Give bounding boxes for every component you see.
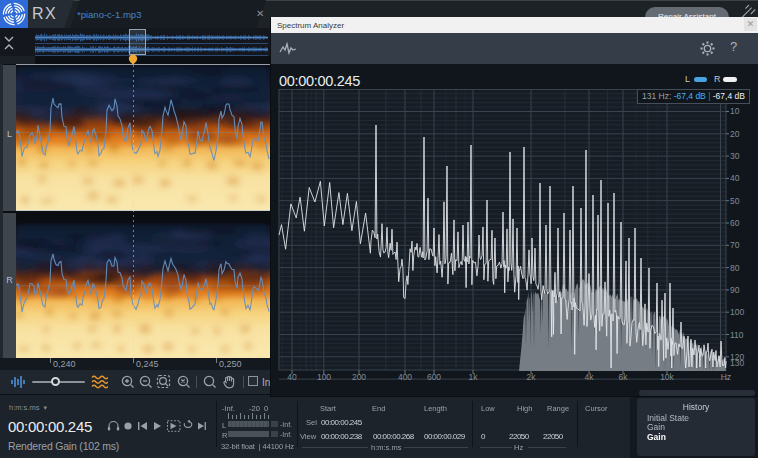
svg-text:4k: 4k [585, 372, 595, 382]
svg-text:10: 10 [730, 106, 740, 116]
svg-text:90: 90 [730, 285, 740, 295]
svg-text:200: 200 [352, 372, 366, 382]
svg-text:1k: 1k [469, 372, 479, 382]
svg-text:100: 100 [730, 307, 744, 317]
svg-text:60: 60 [730, 218, 740, 228]
svg-text:6k: 6k [619, 372, 629, 382]
svg-text:Hz: Hz [721, 372, 731, 382]
svg-text:600: 600 [427, 372, 441, 382]
svg-text:40: 40 [730, 173, 740, 183]
svg-text:130: 130 [730, 358, 744, 368]
svg-text:80: 80 [730, 263, 740, 273]
svg-text:400: 400 [398, 372, 412, 382]
svg-text:50: 50 [730, 196, 740, 206]
svg-text:2k: 2k [527, 372, 537, 382]
svg-text:40: 40 [287, 372, 297, 382]
svg-text:20: 20 [730, 129, 740, 139]
svg-text:30: 30 [730, 151, 740, 161]
svg-text:70: 70 [730, 240, 740, 250]
svg-text:100: 100 [317, 372, 331, 382]
svg-text:10k: 10k [660, 372, 674, 382]
svg-text:110: 110 [730, 330, 744, 340]
